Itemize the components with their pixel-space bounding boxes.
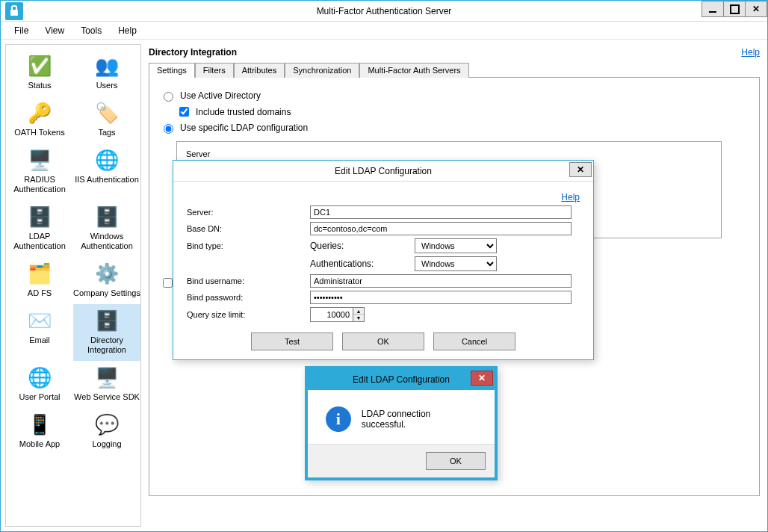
server-icon: 🖥️ [26,146,53,173]
globe-icon: 🌐 [93,146,120,173]
status-icon: ✅ [26,52,53,79]
nav-tags[interactable]: 🏷️Tags [73,96,140,143]
info-dialog-title: Edit LDAP Configuration [308,374,495,385]
input-qsize[interactable] [311,308,353,321]
db-icon: 🗄️ [26,203,53,230]
nav-label: Tags [73,128,140,137]
db-icon: 🗄️ [93,203,120,230]
input-bindpass[interactable] [310,291,572,304]
ldap-dialog-close-button[interactable]: ✕ [569,162,592,177]
radio-use-ad-label: Use Active Directory [180,90,261,101]
menu-tools[interactable]: Tools [73,24,109,37]
cancel-button[interactable]: Cancel [433,332,515,350]
phone-icon: 📱 [26,411,53,438]
nav-label: Company Settings [73,288,140,298]
nav-adfs[interactable]: 🗂️AD FS [6,257,73,304]
nav-label: User Portal [6,392,73,402]
db-icon: 🗄️ [93,307,120,334]
mail-icon: ✉️ [26,307,53,334]
nav-panel: ✅Status 👥Users 🔑OATH Tokens 🏷️Tags 🖥️RAD… [5,44,141,527]
tab-strip: Settings Filters Attributes Synchronizat… [149,62,760,78]
radio-use-ldap-label: Use specific LDAP configuration [180,123,308,133]
ldap-config-dialog: Edit LDAP Configuration ✕ Help Server: B… [173,160,594,360]
nav-label: Directory Integration [73,335,140,355]
nav-label: Mobile App [6,439,73,449]
select-auths[interactable]: Windows [415,256,497,271]
nav-oath[interactable]: 🔑OATH Tokens [6,96,73,143]
check-trusted-domains-label: Include trusted domains [196,107,291,117]
nav-radius[interactable]: 🖥️RADIUS Authentication [6,143,73,200]
nav-winauth[interactable]: 🗄️Windows Authentication [73,200,140,257]
nav-status[interactable]: ✅Status [6,49,73,96]
close-button[interactable] [745,1,767,17]
label-bindpass: Bind password: [187,293,310,302]
input-server[interactable] [310,205,572,219]
nav-label: LDAP Authentication [6,232,73,251]
radio-use-ldap[interactable] [164,124,173,134]
nav-label: Email [6,335,73,345]
maximize-button[interactable] [723,1,746,17]
input-binduser[interactable] [310,274,572,288]
page-title: Directory Integration [149,47,237,58]
tab-mfa-servers[interactable]: Multi-Factor Auth Servers [359,63,468,78]
ok-button[interactable]: OK [342,332,424,350]
input-basedn[interactable] [310,222,572,235]
label-basedn: Base DN: [187,224,310,233]
nav-label: Web Service SDK [73,392,140,402]
check-trusted-domains[interactable] [179,107,189,117]
nav-label: IIS Authentication [73,175,140,185]
ldap-success-dialog: Edit LDAP Configuration ✕ i LDAP connect… [305,366,498,480]
nav-users[interactable]: 👥Users [73,49,140,96]
label-queries: Queries: [310,241,407,251]
window-title: Multi-Factor Authentication Server [1,6,767,16]
label-bindtype: Bind type: [187,241,310,250]
nav-iis[interactable]: 🌐IIS Authentication [73,143,140,200]
radio-use-ad[interactable] [164,92,173,102]
nav-logging[interactable]: 💬Logging [73,408,140,455]
tab-filters[interactable]: Filters [195,63,234,78]
nav-directory-integration[interactable]: 🗄️Directory Integration [73,304,140,361]
info-ok-button[interactable]: OK [426,452,486,470]
nav-label: Logging [73,439,140,449]
tab-attributes[interactable]: Attributes [234,63,285,78]
test-button[interactable]: Test [251,332,333,350]
spin-down-icon[interactable]: ▼ [353,315,364,321]
info-dialog-close-button[interactable]: ✕ [471,371,493,386]
nav-email[interactable]: ✉️Email [6,304,73,361]
spin-up-icon[interactable]: ▲ [353,308,364,315]
globe-icon: 🌐 [26,364,53,391]
select-queries[interactable]: Windows [415,238,497,253]
ldap-dialog-help-link[interactable]: Help [561,192,580,202]
menubar: File View Tools Help [1,22,767,40]
key-icon: 🔑 [26,99,53,126]
tab-synchronization[interactable]: Synchronization [285,63,359,78]
nav-sdk[interactable]: 🖥️Web Service SDK [73,361,140,408]
nav-mobile[interactable]: 📱Mobile App [6,408,73,455]
menu-help[interactable]: Help [111,24,144,37]
tab-settings[interactable]: Settings [149,63,195,78]
info-message: LDAP connection successful. [362,409,477,430]
nav-label: Windows Authentication [73,232,140,251]
nav-company[interactable]: ⚙️Company Settings [73,257,140,304]
nav-label: OATH Tokens [6,128,73,137]
server-icon: 🖥️ [93,364,120,391]
nav-label: Users [73,81,140,90]
menu-view[interactable]: View [37,24,72,37]
nav-userportal[interactable]: 🌐User Portal [6,361,73,408]
gear-icon: ⚙️ [93,260,120,287]
menu-file[interactable]: File [7,24,36,37]
nav-label: Status [6,81,73,90]
ldap-dialog-title: Edit LDAP Configuration [173,166,593,176]
label-qsize: Query size limit: [187,310,310,319]
label-binduser: Bind username: [187,276,310,285]
nav-ldap[interactable]: 🗄️LDAP Authentication [6,200,73,257]
chat-icon: 💬 [93,411,120,438]
help-link[interactable]: Help [741,47,760,58]
folder-icon: 🗂️ [26,260,53,287]
minimize-button[interactable] [702,1,724,17]
label-server: Server: [187,208,310,217]
serverbox-server-label: Server [186,149,712,158]
spin-qsize[interactable]: ▲▼ [310,307,365,322]
nav-label: AD FS [6,288,73,298]
check-partial-u[interactable] [163,278,173,288]
